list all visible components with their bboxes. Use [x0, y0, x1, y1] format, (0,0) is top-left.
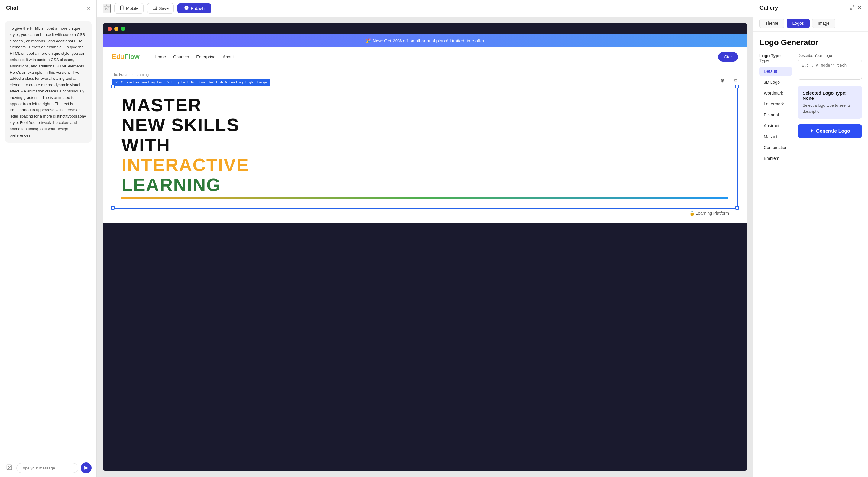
chat-message: To give the HTML snippet a more unique s…: [5, 21, 92, 143]
copy-icon[interactable]: ⧉: [734, 78, 738, 83]
element-label: h2 # .custom-heading.text-5xl.lg:text-6x…: [112, 79, 270, 86]
chat-close-button[interactable]: ×: [87, 5, 90, 11]
publish-icon: [184, 5, 189, 11]
logo-layout: Logo Type Type Default 3D Logo Wordmark …: [760, 53, 862, 163]
generate-label: Generate Logo: [816, 128, 850, 134]
nav-cta-button[interactable]: Star: [718, 52, 738, 62]
mobile-button[interactable]: Mobile: [114, 3, 144, 13]
site-logo: EduFlow: [112, 53, 140, 61]
logo-edu: Edu: [112, 53, 125, 60]
promo-banner: 🎉 New: Get 20% off on all annual plans! …: [103, 34, 747, 47]
hero-line2: NEW SKILLS: [122, 115, 728, 135]
generate-logo-button[interactable]: ✦ Generate Logo: [798, 124, 862, 138]
svg-point-1: [8, 466, 9, 467]
describe-input[interactable]: [798, 60, 862, 80]
gallery-header-actions: [850, 5, 862, 11]
gallery-header: Gallery: [753, 0, 868, 15]
site-nav: EduFlow Home Courses Enterprise About St…: [103, 47, 747, 66]
browser-dot-green: [121, 27, 125, 31]
logo-type-combination[interactable]: Combination: [760, 143, 792, 152]
hero-line1: MASTER: [122, 95, 728, 115]
selected-type-box: Selected Logo Type: None Select a logo t…: [798, 86, 862, 119]
nav-cta-label: Star: [724, 54, 732, 59]
logo-type-default[interactable]: Default: [760, 66, 792, 76]
logo-generator-title: Logo Generator: [760, 38, 862, 47]
hero-line5: LEARNING: [122, 175, 728, 195]
chat-send-button[interactable]: [81, 463, 92, 473]
logo-type-emblem[interactable]: Emblem: [760, 154, 792, 163]
describe-label: Describe Your Logo: [798, 53, 862, 58]
browser-dot-red: [107, 27, 112, 31]
generate-icon: ✦: [810, 128, 814, 134]
hero-section: The Future of Learning h2 # .custom-head…: [103, 66, 747, 223]
tab-logos[interactable]: Logos: [787, 19, 810, 28]
gallery-expand-button[interactable]: [850, 5, 855, 11]
selected-type-title: Selected Logo Type: None: [803, 90, 857, 101]
gallery-close-button[interactable]: [857, 5, 862, 11]
browser-chrome: [103, 23, 747, 34]
website-content: 🎉 New: Get 20% off on all annual plans! …: [103, 34, 747, 223]
sparkle-button[interactable]: [103, 4, 111, 13]
logo-type-pictorial[interactable]: Pictorial: [760, 110, 792, 120]
logo-type-3d[interactable]: 3D Logo: [760, 78, 792, 87]
gallery-panel: Gallery Theme Logos Image Logo Generat: [753, 0, 868, 477]
gallery-body: Logo Generator Logo Type Type Default 3D…: [753, 32, 868, 477]
handle-tl[interactable]: [111, 85, 115, 88]
learning-platform-name: Learning Platform: [695, 211, 729, 215]
handle-br[interactable]: [735, 206, 739, 210]
save-label: Save: [159, 6, 168, 11]
handle-tr[interactable]: [735, 85, 739, 88]
hero-line4: INTERACTIVE: [122, 155, 728, 175]
chat-input[interactable]: [16, 463, 78, 473]
logo-type-wordmark[interactable]: Wordmark: [760, 88, 792, 98]
promo-text: 🎉 New: Get 20% off on all annual plans! …: [366, 38, 485, 43]
save-button[interactable]: Save: [147, 3, 174, 13]
nav-about[interactable]: About: [223, 54, 234, 59]
tab-theme[interactable]: Theme: [760, 19, 784, 28]
tab-image[interactable]: Image: [812, 19, 835, 28]
selection-box[interactable]: ⊕ ⛶ ⧉ MASTER NEW SKILLS WITH INTERACTIVE…: [112, 86, 738, 209]
tab-image-label: Image: [818, 21, 830, 26]
gradient-bar: [122, 197, 728, 199]
handle-bl[interactable]: [111, 206, 115, 210]
browser-dot-yellow: [114, 27, 119, 31]
selected-type-desc: Select a logo type to see its descriptio…: [803, 102, 857, 114]
logo-type-label: Logo Type: [760, 53, 781, 58]
selection-container: h2 # .custom-heading.text-5xl.lg:text-6x…: [112, 79, 738, 209]
svg-line-4: [852, 6, 854, 7]
hero-headline: MASTER NEW SKILLS WITH INTERACTIVE LEARN…: [122, 95, 728, 195]
describe-section: Describe Your Logo: [798, 53, 862, 81]
save-icon: [152, 5, 157, 11]
publish-label: Publish: [191, 6, 205, 11]
toolbar: Mobile Save Publish: [97, 0, 753, 17]
canvas-area: 🎉 New: Get 20% off on all annual plans! …: [97, 17, 753, 477]
logo-type-column: Logo Type Type Default 3D Logo Wordmark …: [760, 53, 792, 163]
mobile-label: Mobile: [126, 6, 138, 11]
fullscreen-icon[interactable]: ⛶: [727, 78, 732, 83]
logo-type-abstract[interactable]: Abstract: [760, 121, 792, 130]
logo-type-sub: Type: [760, 58, 769, 63]
publish-button[interactable]: Publish: [178, 3, 211, 13]
learning-platform-label: 🔒: [689, 211, 694, 215]
logo-right-column: Describe Your Logo Selected Logo Type: N…: [798, 53, 862, 163]
nav-enterprise[interactable]: Enterprise: [196, 54, 216, 59]
browser-frame: 🎉 New: Get 20% off on all annual plans! …: [103, 23, 747, 471]
learning-platform-text: 🔒 Learning Platform: [112, 209, 738, 217]
logo-type-mascot[interactable]: Mascot: [760, 132, 792, 142]
selection-toolbar: ⊕ ⛶ ⧉: [720, 78, 738, 83]
chat-panel: Chat × To give the HTML snippet a more u…: [0, 0, 97, 477]
move-icon[interactable]: ⊕: [720, 78, 724, 83]
chat-input-area: [0, 458, 96, 477]
chat-title: Chat: [6, 5, 18, 11]
nav-home[interactable]: Home: [155, 54, 166, 59]
hero-subtext: The Future of Learning: [112, 72, 738, 77]
nav-courses[interactable]: Courses: [173, 54, 189, 59]
logo-type-lettermark[interactable]: Lettermark: [760, 99, 792, 109]
chat-header: Chat ×: [0, 0, 96, 16]
hero-line3: WITH: [122, 135, 728, 155]
chat-messages: To give the HTML snippet a more unique s…: [0, 16, 96, 458]
gallery-tabs: Theme Logos Image: [753, 15, 868, 32]
chat-image-button[interactable]: [5, 463, 14, 473]
main-area: Mobile Save Publish: [97, 0, 753, 477]
mobile-icon: [119, 5, 124, 11]
